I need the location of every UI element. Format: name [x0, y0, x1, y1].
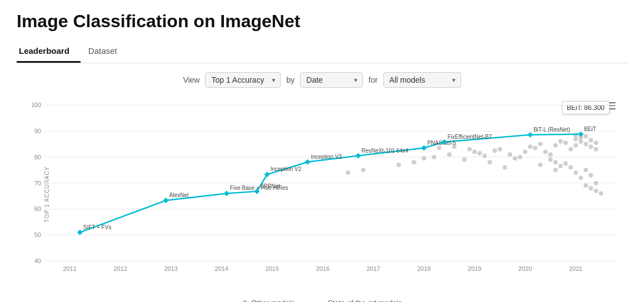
svg-point-60: [396, 163, 401, 167]
svg-point-46: [578, 175, 583, 180]
svg-point-63: [346, 170, 350, 175]
x-tick: 2020: [518, 265, 532, 272]
svg-point-64: [361, 168, 366, 172]
tab-dataset[interactable]: Dataset: [86, 41, 128, 63]
svg-point-54: [599, 191, 603, 195]
page: Image Classification on ImageNet Leaderb…: [0, 0, 644, 302]
svg-point-36: [573, 143, 578, 148]
svg-point-13: [498, 147, 502, 152]
sota-line-icon: [311, 299, 325, 303]
svg-marker-65: [77, 230, 83, 235]
svg-point-9: [462, 158, 467, 162]
svg-marker-69: [224, 190, 229, 196]
x-tick: 2015: [266, 265, 279, 272]
chart-container: TOP 1 ACCURACY ☰ BEiT: 86.300 SIFT + FVs…: [17, 94, 627, 294]
svg-point-55: [437, 146, 441, 150]
svg-point-24: [563, 140, 568, 145]
svg-text:SIFT + FVs: SIFT + FVs: [83, 224, 112, 230]
svg-point-34: [588, 138, 593, 143]
svg-point-51: [583, 183, 588, 188]
svg-marker-67: [163, 198, 169, 203]
svg-point-45: [594, 181, 598, 185]
by-label: by: [286, 76, 294, 84]
svg-point-40: [503, 165, 507, 170]
y-tick: 90: [34, 128, 41, 134]
svg-point-31: [573, 133, 578, 137]
svg-text:SPPNet: SPPNet: [260, 183, 280, 189]
tab-bar: Leaderboard Dataset: [17, 41, 627, 63]
svg-point-53: [594, 189, 598, 193]
x-tick: 2019: [468, 265, 481, 272]
y-tick: 50: [34, 231, 41, 238]
svg-text:BEiT: BEiT: [584, 126, 596, 132]
for-label: for: [368, 76, 377, 84]
svg-text:BiT-L (ResNet): BiT-L (ResNet): [533, 127, 570, 133]
view-label: View: [183, 76, 199, 84]
controls-bar: View Top 1 Accuracy Top 5 Accuracy by Da…: [17, 63, 627, 92]
svg-point-35: [594, 140, 598, 145]
svg-point-7: [432, 155, 436, 159]
svg-point-27: [578, 139, 583, 144]
svg-point-30: [594, 147, 598, 152]
svg-point-18: [533, 146, 537, 150]
svg-point-37: [548, 158, 553, 162]
legend-other: Other models: [242, 299, 294, 302]
svg-point-58: [477, 151, 482, 155]
svg-text:FixEfficientNet-B7: FixEfficientNet-B7: [447, 134, 492, 140]
svg-point-44: [588, 173, 593, 178]
x-tick: 2011: [63, 265, 76, 272]
x-tick: 2021: [569, 265, 582, 272]
svg-marker-85: [578, 132, 583, 137]
svg-point-59: [492, 148, 497, 153]
y-tick: 70: [34, 180, 41, 187]
date-select[interactable]: Date Parameters GFLOPs: [300, 72, 363, 88]
model-select[interactable]: All models With paper Without paper: [383, 72, 461, 88]
svg-text:AlexNet: AlexNet: [169, 192, 189, 198]
svg-point-43: [583, 168, 588, 172]
y-tick: 100: [31, 102, 41, 108]
svg-text:Inception V3: Inception V3: [311, 154, 342, 160]
other-label: Other models: [251, 299, 294, 302]
date-select-wrapper: Date Parameters GFLOPs: [300, 72, 363, 88]
svg-point-38: [553, 160, 558, 164]
page-title: Image Classification on ImageNet: [17, 11, 627, 32]
svg-text:Inception V2: Inception V2: [271, 166, 302, 172]
svg-point-19: [538, 142, 542, 147]
x-tick: 2018: [417, 265, 431, 272]
x-tick: 2014: [214, 265, 228, 272]
svg-point-49: [563, 162, 568, 166]
x-tick: 2016: [316, 265, 330, 272]
svg-point-50: [553, 168, 558, 172]
chart-area: ☰ BEiT: 86.300 SIFT + FVsAlexNetFive Bas…: [44, 100, 616, 261]
chart-svg: SIFT + FVsAlexNetFive Base + Five HiResS…: [44, 100, 616, 261]
legend: Other models State-of-the-art models: [17, 294, 627, 302]
y-tick: 60: [34, 205, 41, 212]
x-tick: 2012: [113, 265, 127, 272]
svg-point-23: [558, 139, 563, 144]
svg-point-11: [482, 154, 487, 158]
svg-point-14: [508, 152, 512, 157]
accuracy-select-wrapper: Top 1 Accuracy Top 5 Accuracy: [205, 72, 281, 88]
legend-sota: State-of-the-art models: [311, 299, 402, 302]
svg-point-12: [487, 160, 492, 164]
svg-point-21: [548, 152, 553, 157]
svg-point-48: [568, 165, 573, 170]
svg-marker-79: [421, 145, 427, 151]
svg-point-22: [553, 143, 558, 148]
svg-point-39: [513, 156, 517, 160]
svg-point-17: [528, 144, 532, 149]
svg-marker-77: [356, 153, 361, 159]
svg-marker-83: [527, 132, 533, 138]
svg-point-28: [583, 142, 588, 147]
svg-point-8: [447, 152, 451, 157]
svg-point-16: [523, 150, 527, 154]
svg-point-42: [558, 164, 563, 168]
svg-point-57: [467, 147, 472, 152]
x-tick: 2013: [164, 265, 177, 272]
svg-point-15: [518, 155, 522, 159]
tab-leaderboard[interactable]: Leaderboard: [17, 41, 81, 63]
accuracy-select[interactable]: Top 1 Accuracy Top 5 Accuracy: [205, 72, 281, 88]
svg-point-29: [588, 144, 593, 149]
svg-point-52: [588, 186, 593, 190]
svg-marker-75: [305, 159, 311, 165]
